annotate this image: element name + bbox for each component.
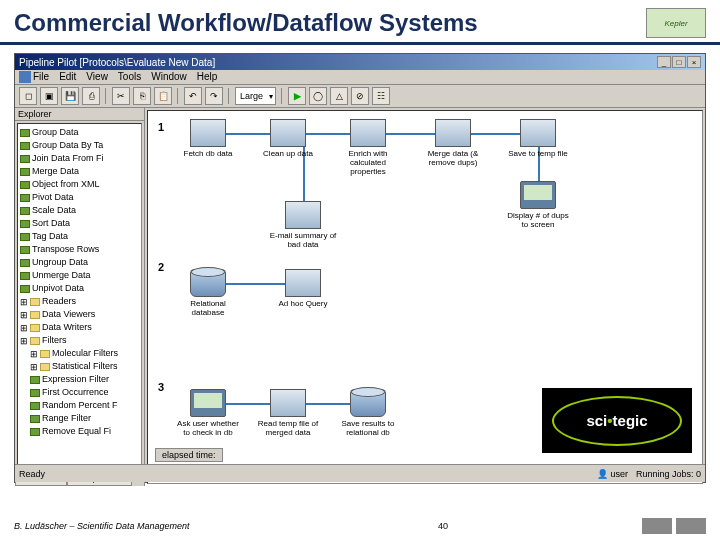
menu-view[interactable]: View — [86, 71, 108, 83]
elapsed-time-label: elapsed time: — [155, 448, 223, 462]
copy-icon[interactable]: ⎘ — [133, 87, 151, 105]
node-save-temp[interactable]: Save to temp file — [503, 119, 573, 158]
ucsd-logo — [676, 518, 706, 534]
status-jobs: Running Jobs: 0 — [636, 469, 701, 479]
menu-window[interactable]: Window — [151, 71, 187, 83]
menu-tools[interactable]: Tools — [118, 71, 141, 83]
node-db[interactable]: Relational database — [173, 269, 243, 317]
node-merge[interactable]: Merge data (& remove dups) — [418, 119, 488, 167]
node-fetch-db[interactable]: Fetch db data — [173, 119, 243, 158]
explorer-tree[interactable]: Group Data Group Data By Ta Join Data Fr… — [17, 123, 142, 468]
node-ask-user[interactable]: Ask user whether to check in db — [173, 389, 243, 437]
stop-icon[interactable]: ⊘ — [351, 87, 369, 105]
redo-icon[interactable]: ↷ — [205, 87, 223, 105]
menubar: File Edit View Tools Window Help — [15, 70, 705, 85]
toolbar: ◻ ▣ 💾 ⎙ ✂ ⎘ 📋 ↶ ↷ Large ▶ ◯ △ ⊘ ☷ — [15, 85, 705, 108]
menu-file[interactable]: File — [19, 71, 49, 83]
node-save-db[interactable]: Save results to relational db — [333, 389, 403, 437]
maximize-button[interactable]: □ — [672, 56, 686, 68]
close-button[interactable]: × — [687, 56, 701, 68]
component-icon — [20, 129, 30, 137]
save-icon[interactable]: 💾 — [61, 87, 79, 105]
footer-author: B. Ludäscher – Scientific Data Managemen… — [14, 521, 300, 531]
sdsc-logo — [642, 518, 672, 534]
folder-icon — [30, 298, 40, 306]
pause-icon[interactable]: ◯ — [309, 87, 327, 105]
workflow-canvas[interactable]: 1 2 3 Fetch db data Clean up data Enrich… — [147, 110, 703, 484]
explorer-title: Explorer — [15, 108, 144, 121]
minimize-button[interactable]: _ — [657, 56, 671, 68]
warn-icon[interactable]: △ — [330, 87, 348, 105]
scitegic-logo: sci•tegic — [542, 388, 692, 453]
paste-icon[interactable]: 📋 — [154, 87, 172, 105]
row-3-label: 3 — [156, 381, 166, 393]
page-number: 40 — [300, 521, 586, 531]
run-icon[interactable]: ▶ — [288, 87, 306, 105]
node-display[interactable]: Display # of dups to screen — [503, 181, 573, 229]
kepler-logo: Kepler — [646, 8, 706, 38]
window-title: Pipeline Pilot [Protocols\Evaluate New D… — [19, 57, 657, 68]
node-query[interactable]: Ad hoc Query — [268, 269, 338, 308]
status-ready: Ready — [19, 469, 597, 479]
row-2-label: 2 — [156, 261, 166, 273]
node-email[interactable]: E-mail summary of bad data — [268, 201, 338, 249]
node-cleanup[interactable]: Clean up data — [253, 119, 323, 158]
node-read-temp[interactable]: Read temp file of merged data — [253, 389, 323, 437]
status-user: 👤 user — [597, 469, 628, 479]
info-icon[interactable]: ☷ — [372, 87, 390, 105]
new-icon[interactable]: ◻ — [19, 87, 37, 105]
pipeline-pilot-window: Pipeline Pilot [Protocols\Evaluate New D… — [14, 53, 706, 483]
node-enrich[interactable]: Enrich with calculated properties — [333, 119, 403, 176]
slide-title: Commercial Workflow/Dataflow Systems — [14, 9, 646, 37]
row-1-label: 1 — [156, 121, 166, 133]
undo-icon[interactable]: ↶ — [184, 87, 202, 105]
cut-icon[interactable]: ✂ — [112, 87, 130, 105]
menu-help[interactable]: Help — [197, 71, 218, 83]
window-titlebar: Pipeline Pilot [Protocols\Evaluate New D… — [15, 54, 705, 70]
menu-edit[interactable]: Edit — [59, 71, 76, 83]
print-icon[interactable]: ⎙ — [82, 87, 100, 105]
explorer-panel: Explorer Group Data Group Data By Ta Joi… — [15, 108, 145, 486]
statusbar: Ready 👤 user Running Jobs: 0 — [15, 464, 705, 482]
open-icon[interactable]: ▣ — [40, 87, 58, 105]
zoom-combo[interactable]: Large — [235, 87, 276, 105]
